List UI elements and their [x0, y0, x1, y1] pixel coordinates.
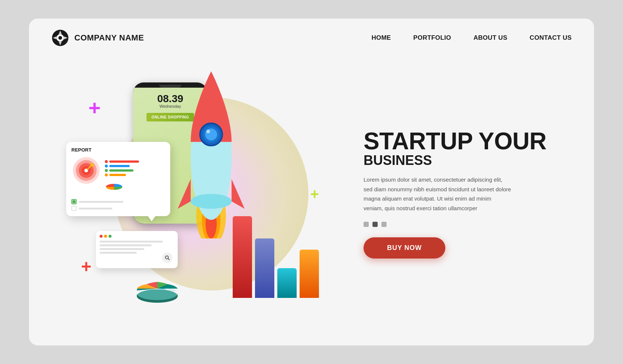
svg-point-11 — [165, 256, 168, 259]
report-bubble-tail — [148, 216, 155, 221]
report-mini-bars — [105, 156, 165, 196]
nav-portfolio[interactable]: PORTFOLIO — [413, 34, 451, 42]
bar-4 — [300, 250, 319, 298]
report-content — [71, 156, 165, 196]
hero-description: Lorem ipsum dolor sit amet, consectetuer… — [364, 175, 512, 213]
svg-point-21 — [191, 194, 232, 209]
main-content: + + + 08.39 Wednesday ONLINE SHOPPING RE… — [29, 57, 594, 345]
buy-now-button[interactable]: BUY NOW — [364, 237, 445, 259]
right-content: STARTUP YOUR BUSINESS Lorem ipsum dolor … — [341, 129, 572, 259]
nav-about[interactable]: ABOUT US — [474, 34, 507, 42]
navbar: COMPANY NAME HOME PORTFOLIO ABOUT US CON… — [29, 19, 594, 57]
svg-point-2 — [58, 36, 62, 40]
browser-content-lines — [100, 241, 174, 254]
dot-1[interactable] — [364, 222, 369, 227]
bar-2 — [255, 238, 274, 298]
company-name: COMPANY NAME — [74, 33, 144, 43]
main-card: COMPANY NAME HOME PORTFOLIO ABOUT US CON… — [29, 19, 594, 345]
illustration-area: + + + 08.39 Wednesday ONLINE SHOPPING RE… — [51, 68, 341, 320]
plus-magenta-icon: + — [88, 97, 101, 118]
report-bottom-lines — [71, 199, 165, 211]
bar-chart — [233, 194, 319, 298]
bar-1 — [233, 216, 252, 298]
hero-title-small: BUSINESS — [364, 153, 572, 168]
svg-point-20 — [206, 130, 210, 133]
hero-title-large: STARTUP YOUR — [364, 129, 572, 153]
plus-red-icon: + — [81, 258, 91, 276]
report-title: REPORT — [71, 147, 165, 153]
dot-2[interactable] — [372, 222, 378, 227]
browser-search-icon — [162, 253, 172, 263]
nav-links: HOME PORTFOLIO ABOUT US CONTACT US — [372, 34, 572, 42]
dots-indicator — [364, 222, 572, 227]
dot-3[interactable] — [381, 222, 387, 227]
nav-home[interactable]: HOME — [372, 34, 391, 42]
report-target-icon — [71, 156, 101, 185]
nav-contact[interactable]: CONTACT US — [530, 34, 572, 42]
hero-title-block: STARTUP YOUR BUSINESS — [364, 129, 572, 168]
pie-chart — [133, 268, 181, 305]
svg-line-12 — [168, 259, 170, 260]
company-logo-icon — [51, 29, 69, 47]
report-card: REPORT — [66, 142, 170, 216]
browser-dot-orange — [104, 235, 107, 238]
logo-area: COMPANY NAME — [51, 29, 144, 47]
bar-3 — [277, 268, 297, 298]
browser-dot-green — [109, 235, 112, 238]
browser-dot-red — [100, 235, 103, 238]
